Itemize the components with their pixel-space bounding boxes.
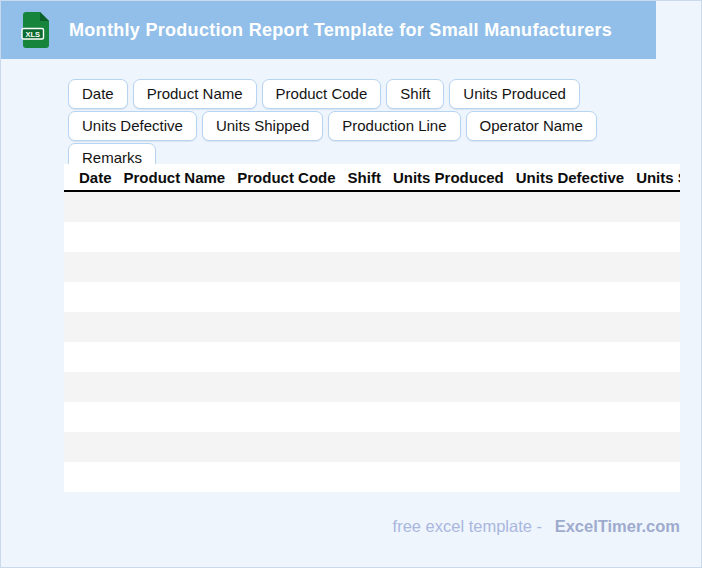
table-row [64, 252, 680, 282]
table-row [64, 402, 680, 432]
table-body [64, 192, 680, 492]
xls-file-icon: XLS [21, 12, 51, 48]
xls-icon-label: XLS [25, 30, 40, 39]
field-chip[interactable]: Operator Name [466, 111, 597, 141]
footer: free excel template - ExcelTimer.com [393, 517, 680, 536]
report-table: DateProduct NameProduct CodeShiftUnits P… [64, 164, 680, 492]
table-row [64, 222, 680, 252]
field-chip[interactable]: Units Defective [68, 111, 197, 141]
field-chip[interactable]: Units Shipped [202, 111, 323, 141]
column-header: Units Produced [393, 169, 504, 186]
table-row [64, 312, 680, 342]
field-chip-list: DateProduct NameProduct CodeShiftUnits P… [68, 79, 680, 175]
field-chip[interactable]: Production Line [328, 111, 460, 141]
footer-text: free excel template - [393, 517, 542, 535]
field-chip[interactable]: Product Name [133, 79, 257, 109]
column-header: Product Code [237, 169, 335, 186]
column-header: Units Defective [516, 169, 624, 186]
column-header: Units Shipped [636, 169, 680, 186]
field-chip[interactable]: Units Produced [449, 79, 580, 109]
table-header-row: DateProduct NameProduct CodeShiftUnits P… [64, 164, 680, 192]
table-row [64, 432, 680, 462]
column-header: Product Name [124, 169, 226, 186]
field-chip[interactable]: Date [68, 79, 128, 109]
table-row [64, 192, 680, 222]
table-row [64, 342, 680, 372]
footer-brand-link[interactable]: ExcelTimer.com [555, 517, 680, 535]
title-bar: XLS Monthly Production Report Template f… [1, 1, 656, 59]
template-preview-page: XLS Monthly Production Report Template f… [0, 0, 702, 568]
field-chip[interactable]: Product Code [262, 79, 382, 109]
table-row [64, 282, 680, 312]
table-row [64, 462, 680, 492]
column-header: Shift [348, 169, 381, 186]
table-row [64, 372, 680, 402]
column-header: Date [79, 169, 112, 186]
field-chip[interactable]: Shift [386, 79, 444, 109]
page-title: Monthly Production Report Template for S… [69, 20, 612, 41]
